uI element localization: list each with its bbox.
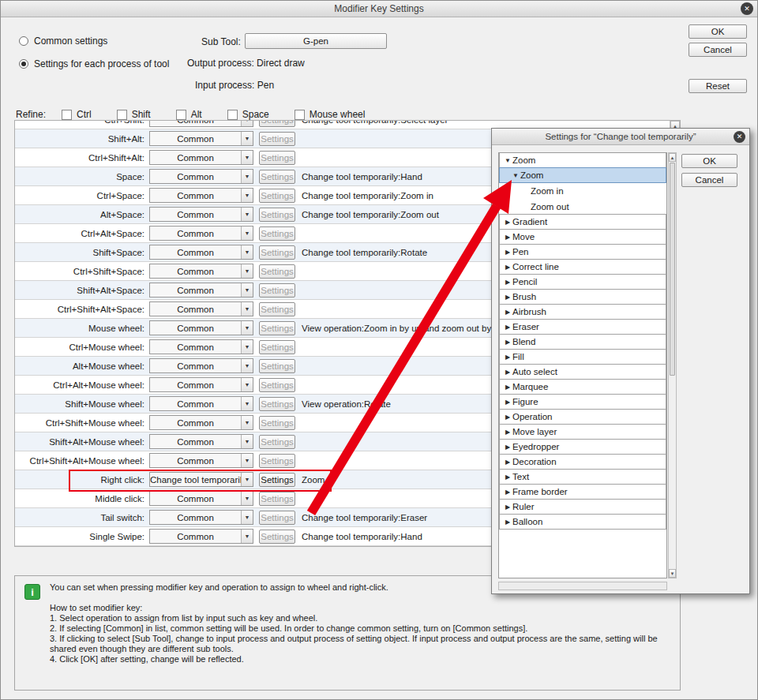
assignment-dropdown[interactable]: Common ▼ (149, 491, 253, 506)
tree-expander-icon[interactable]: ▶ (503, 384, 512, 391)
chevron-down-icon[interactable]: ▼ (241, 208, 253, 221)
scrollbar-thumb[interactable] (670, 163, 675, 376)
settings-button[interactable]: Settings (259, 321, 295, 335)
tree-item[interactable]: ▶ Correct line (499, 259, 666, 275)
assignment-dropdown[interactable]: Common ▼ (149, 131, 253, 146)
tree-item[interactable]: ▶ Text (499, 469, 666, 485)
settings-button[interactable]: Settings (259, 340, 295, 354)
chevron-down-icon[interactable]: ▼ (241, 340, 253, 354)
tree-expander-icon[interactable]: ▶ (503, 444, 512, 451)
chevron-down-icon[interactable]: ▼ (241, 492, 253, 505)
chevron-down-icon[interactable]: ▼ (241, 530, 253, 543)
assignment-dropdown[interactable]: Common ▼ (149, 453, 253, 468)
tree-expander-icon[interactable]: ▶ (503, 219, 512, 226)
checkbox-icon[interactable] (62, 110, 72, 120)
tree-expander-icon[interactable]: ▶ (503, 234, 512, 241)
cancel-button[interactable]: Cancel (689, 43, 747, 57)
assignment-dropdown[interactable]: Common ▼ (149, 264, 253, 279)
chevron-down-icon[interactable]: ▼ (241, 435, 253, 448)
chevron-down-icon[interactable]: ▼ (241, 397, 253, 410)
settings-button[interactable]: Settings (259, 359, 295, 373)
settings-button[interactable]: Settings (259, 302, 295, 316)
assignment-dropdown[interactable]: Common ▼ (149, 245, 253, 260)
settings-button[interactable]: Settings (259, 435, 295, 449)
settings-button[interactable]: Settings (259, 208, 295, 222)
tree-item[interactable]: ▶ Brush (499, 289, 666, 305)
assignment-dropdown[interactable]: Common ▼ (149, 396, 253, 411)
assignment-dropdown[interactable]: Common ▼ (149, 301, 253, 316)
assignment-dropdown[interactable]: Common ▼ (149, 150, 253, 165)
tree-vertical-scrollbar[interactable]: ▲ ▼ (668, 152, 677, 578)
tree-expander-icon[interactable]: ▶ (503, 339, 512, 346)
refine-checkbox-item[interactable]: Mouse wheel (295, 109, 366, 120)
assignment-dropdown[interactable]: Common ▼ (149, 434, 253, 449)
tree-item[interactable]: ▶ Move (499, 229, 666, 245)
tree-expander-icon[interactable]: ▶ (503, 294, 512, 301)
ok-button[interactable]: OK (689, 24, 747, 39)
chevron-down-icon[interactable]: ▼ (241, 511, 253, 524)
chevron-down-icon[interactable]: ▼ (241, 264, 253, 278)
settings-button[interactable]: Settings (259, 473, 295, 487)
refine-checkbox-item[interactable]: Ctrl (62, 109, 92, 120)
tree-item[interactable]: ▶ Eyedropper (499, 439, 666, 455)
settings-button[interactable]: Settings (259, 283, 295, 298)
tree-expander-icon[interactable]: ▶ (503, 429, 512, 436)
assignment-dropdown[interactable]: Common ▼ (149, 320, 253, 335)
popup-titlebar[interactable]: Settings for “Change tool temporarily” ✕ (492, 129, 749, 145)
tree-item[interactable]: ▶ Marquee (499, 379, 666, 395)
tree-item[interactable]: ▶ Auto select (499, 364, 666, 380)
tree-item[interactable]: Zoom in (499, 183, 666, 199)
tree-item[interactable]: ▶ Pencil (499, 274, 666, 290)
settings-button[interactable]: Settings (259, 189, 295, 203)
chevron-down-icon[interactable]: ▼ (241, 283, 253, 297)
tree-expander-icon[interactable]: ▶ (503, 369, 512, 376)
scroll-down-icon[interactable]: ▼ (669, 569, 676, 578)
tree-expander-icon[interactable]: ▶ (503, 489, 512, 496)
tree-expander-icon[interactable]: ▶ (503, 249, 512, 256)
chevron-down-icon[interactable]: ▼ (241, 359, 253, 372)
settings-button[interactable]: Settings (259, 264, 295, 279)
tree-expander-icon[interactable]: ▶ (503, 503, 512, 511)
assignment-dropdown[interactable]: Common ▼ (149, 415, 253, 430)
tree-expander-icon[interactable]: ▶ (503, 309, 512, 316)
radio-icon[interactable] (19, 36, 28, 46)
checkbox-icon[interactable] (117, 110, 127, 120)
chevron-down-icon[interactable]: ▼ (241, 132, 253, 145)
settings-button[interactable]: Settings (259, 120, 295, 127)
reset-button[interactable]: Reset (689, 79, 747, 93)
chevron-down-icon[interactable]: ▼ (241, 454, 253, 467)
tree-item[interactable]: ▼ Zoom (499, 167, 666, 183)
chevron-down-icon[interactable]: ▼ (241, 416, 253, 429)
radio-icon[interactable] (19, 59, 28, 69)
settings-button[interactable]: Settings (259, 454, 295, 468)
tree-item[interactable]: ▶ Move layer (499, 424, 666, 440)
settings-button[interactable]: Settings (259, 511, 295, 525)
tree-item[interactable]: Zoom out (499, 199, 666, 215)
assignment-dropdown[interactable]: Common ▼ (149, 510, 253, 525)
settings-button[interactable]: Settings (259, 378, 295, 392)
settings-button[interactable]: Settings (259, 132, 295, 146)
settings-button[interactable]: Settings (259, 226, 295, 241)
chevron-down-icon[interactable]: ▼ (241, 473, 253, 486)
titlebar[interactable]: Modifier Key Settings ✕ (0, 0, 758, 17)
tree-item[interactable]: ▶ Frame border (499, 484, 666, 500)
assignment-dropdown[interactable]: Change tool temporarily ▼ (149, 472, 253, 487)
settings-button[interactable]: Settings (259, 492, 295, 506)
tree-item[interactable]: ▶ Balloon (499, 514, 666, 530)
chevron-down-icon[interactable]: ▼ (241, 321, 253, 335)
tree-item[interactable]: ▼ Zoom (499, 152, 666, 168)
tree-expander-icon[interactable]: ▶ (503, 279, 512, 286)
assignment-dropdown[interactable]: Common ▼ (149, 207, 253, 222)
tree-item[interactable]: ▶ Figure (499, 394, 666, 410)
refine-checkbox-item[interactable]: Shift (117, 109, 151, 120)
tree-item[interactable]: ▶ Blend (499, 334, 666, 350)
tree-item[interactable]: ▶ Gradient (499, 214, 666, 230)
assignment-dropdown[interactable]: Common ▼ (149, 120, 253, 127)
chevron-down-icon[interactable]: ▼ (241, 302, 253, 316)
chevron-down-icon[interactable]: ▼ (241, 120, 253, 126)
tree-item[interactable]: ▶ Ruler (499, 499, 666, 515)
tree-expander-icon[interactable]: ▶ (503, 474, 512, 481)
settings-mode-radio[interactable]: Common settings (19, 35, 169, 47)
tree-expander-icon[interactable]: ▼ (503, 157, 512, 164)
popup-ok-button[interactable]: OK (681, 154, 737, 168)
